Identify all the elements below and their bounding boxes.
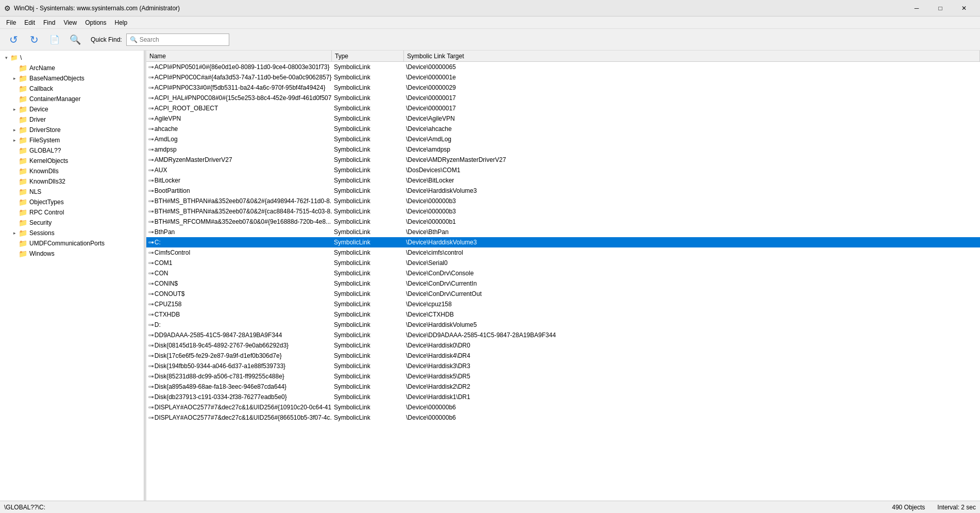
list-row[interactable]: ∞●CONIN$SymbolicLink\Device\ConDrv\Curre… (146, 278, 980, 289)
list-row[interactable]: ∞●COM1SymbolicLink\Device\Serial0 (146, 258, 980, 268)
list-row[interactable]: ∞●ahcacheSymbolicLink\Device\ahcache (146, 124, 980, 134)
tree-item[interactable]: ▸📁Device (0, 104, 144, 114)
menu-item-view[interactable]: View (59, 18, 81, 27)
cell-name: ∞●AmdLog (146, 135, 332, 143)
tree-expander[interactable] (10, 198, 19, 206)
list-row[interactable]: ∞●Disk{a895a489-68ae-fa18-3eec-946e87cda… (146, 382, 980, 392)
list-row[interactable]: ∞●BTH#MS_RFCOMM#a&352eeb07&0&0#{9e16888d… (146, 217, 980, 227)
tree-expander[interactable] (10, 115, 19, 124)
tree-item[interactable]: 📁ContainerManager (0, 94, 144, 104)
list-row[interactable]: ∞●BTH#MS_BTHPAN#a&352eeb07&0&2#{cac88484… (146, 206, 980, 217)
tree-item[interactable]: ▾📁\ (0, 53, 144, 63)
list-row[interactable]: ∞●AmdLogSymbolicLink\Device\AmdLog (146, 134, 980, 144)
tree-item[interactable]: 📁ArcName (0, 63, 144, 73)
tree-expander[interactable]: ▸ (10, 74, 19, 82)
list-row[interactable]: ∞●ACPI_HAL#PNP0C08#0#{15c5e253-b8c4-452e… (146, 93, 980, 103)
list-row[interactable]: ∞●amdpspSymbolicLink\Device\amdpsp (146, 144, 980, 155)
tree-expander[interactable] (10, 188, 19, 196)
list-row[interactable]: ∞●Disk{17c6e6f5-fe29-2e87-9a9f-d1ef0b306… (146, 351, 980, 361)
tree-expander[interactable] (10, 167, 19, 175)
menu-item-options[interactable]: Options (81, 18, 110, 27)
tree-item[interactable]: 📁Callback (0, 84, 144, 94)
tree-item[interactable]: 📁KnownDlls (0, 166, 144, 176)
list-row[interactable]: ∞●ACPI#PNP0501#0#{86e0d1e0-8089-11d0-9ce… (146, 62, 980, 72)
col-header-target[interactable]: Symbolic Link Target (404, 51, 980, 61)
menu-item-file[interactable]: File (2, 18, 20, 27)
list-row[interactable]: ∞●D:SymbolicLink\Device\HarddiskVolume5 (146, 320, 980, 330)
find-button[interactable]: 🔍 (66, 31, 85, 48)
tree-item[interactable]: 📁Driver (0, 114, 144, 125)
menu-item-help[interactable]: Help (111, 18, 132, 27)
list-row[interactable]: ∞●BootPartitionSymbolicLink\Device\Hardd… (146, 186, 980, 196)
tree-expander[interactable] (10, 85, 19, 93)
tree-item[interactable]: 📁KnownDlls32 (0, 176, 144, 187)
symlink-icon: ∞● (148, 116, 154, 121)
list-row[interactable]: ∞●Disk{08145d18-9c45-4892-2767-9e0ab6629… (146, 340, 980, 351)
menu-item-edit[interactable]: Edit (20, 18, 39, 27)
tree-expander[interactable]: ▸ (10, 105, 19, 113)
list-row[interactable]: ∞●AMDRyzenMasterDriverV27SymbolicLink\De… (146, 155, 980, 165)
tree-expander[interactable] (10, 208, 19, 217)
tree-item[interactable]: 📁KernelObjects (0, 156, 144, 166)
maximize-button[interactable]: □ (928, 0, 952, 16)
tree-item[interactable]: 📁Security (0, 218, 144, 228)
tree-expander[interactable] (10, 157, 19, 165)
minimize-button[interactable]: ─ (905, 0, 928, 16)
list-row[interactable]: ∞●AUXSymbolicLink\DosDevices\COM1 (146, 165, 980, 175)
list-row[interactable]: ∞●BitLockerSymbolicLink\Device\BitLocker (146, 175, 980, 186)
list-row[interactable]: ∞●C:SymbolicLink\Device\HarddiskVolume3 (146, 237, 980, 247)
tree-expander[interactable] (10, 250, 19, 258)
col-header-type[interactable]: Type (332, 51, 404, 61)
col-header-name[interactable]: Name (146, 51, 332, 61)
tree-expander[interactable]: ▾ (2, 54, 10, 62)
close-button[interactable]: ✕ (952, 0, 976, 16)
list-row[interactable]: ∞●CimfsControlSymbolicLink\Device\cimfs\… (146, 247, 980, 258)
list-row[interactable]: ∞●CONOUT$SymbolicLink\Device\ConDrv\Curr… (146, 289, 980, 299)
tree-expander[interactable] (10, 239, 19, 247)
tree-expander[interactable] (10, 64, 19, 72)
tree-expander[interactable]: ▸ (10, 229, 19, 237)
tree-item[interactable]: 📁ObjectTypes (0, 197, 144, 207)
tree-item[interactable]: 📁UMDFCommunicationPorts (0, 238, 144, 249)
list-row[interactable]: ∞●BthPanSymbolicLink\Device\BthPan (146, 227, 980, 237)
tree-item[interactable]: 📁GLOBAL?? (0, 145, 144, 156)
list-row[interactable]: ∞●Disk{194fbb50-9344-a046-6d37-a1e88f539… (146, 361, 980, 371)
cell-target: \Device\ConDrv\Console (404, 269, 980, 277)
list-row[interactable]: ∞●ACPI#PNP0C0C#a#{4afa3d53-74a7-11d0-be5… (146, 72, 980, 82)
list-row[interactable]: ∞●DISPLAY#AOC2577#7&dec27c&1&UID256#{866… (146, 412, 980, 423)
list-row[interactable]: ∞●Disk{db237913-c191-0334-2f38-76277eadb… (146, 392, 980, 402)
tree-expander[interactable] (10, 177, 19, 186)
list-row[interactable]: ∞●ACPI_ROOT_OBJECTSymbolicLink\Device\00… (146, 103, 980, 113)
list-row[interactable]: ∞●Disk{85231d88-dc99-a506-c781-ff99255c4… (146, 371, 980, 382)
tree-expander[interactable] (10, 146, 19, 155)
title-bar-controls: ─ □ ✕ (905, 0, 976, 16)
list-row[interactable]: ∞●DD9ADAAA-2585-41C5-9847-28A19BA9F344Sy… (146, 330, 980, 340)
cell-target: \Device\Harddisk2\DR2 (404, 383, 980, 391)
list-row[interactable]: ∞●CTXHDBSymbolicLink\Device\CTXHDB (146, 309, 980, 320)
new-button[interactable]: 📄 (45, 31, 64, 48)
menu-item-find[interactable]: Find (39, 18, 59, 27)
cell-name-text: BTH#MS_RFCOMM#a&352eeb07&0&0#{9e16888d-7… (155, 218, 331, 225)
cell-target: \Device\Harddisk3\DR3 (404, 362, 980, 370)
list-row[interactable]: ∞●AgileVPNSymbolicLink\Device\AgileVPN (146, 113, 980, 124)
list-row[interactable]: ∞●DISPLAY#AOC2577#7&dec27c&1&UID256#{109… (146, 402, 980, 412)
list-row[interactable]: ∞●CONSymbolicLink\Device\ConDrv\Console (146, 268, 980, 278)
list-row[interactable]: ∞●CPUZ158SymbolicLink\Device\cpuz158 (146, 299, 980, 309)
tree-expander[interactable] (10, 95, 19, 103)
list-row[interactable]: ∞●ACPI#PNP0C33#0#{f5db5311-ba24-4a6c-970… (146, 82, 980, 93)
search-input[interactable] (140, 36, 217, 43)
tree-expander[interactable]: ▸ (10, 126, 19, 134)
tree-item[interactable]: ▸📁BaseNamedObjects (0, 73, 144, 84)
tree-item[interactable]: ▸📁Sessions (0, 228, 144, 238)
tree-item[interactable]: ▸📁FileSystem (0, 135, 144, 145)
tree-item[interactable]: 📁RPC Control (0, 207, 144, 218)
refresh-button[interactable]: ↺ (4, 31, 23, 48)
tree-item[interactable]: 📁NLS (0, 187, 144, 197)
list-row[interactable]: ∞●BTH#MS_BTHPAN#a&352eeb07&0&2#{ad498944… (146, 196, 980, 206)
tree-expander[interactable] (10, 219, 19, 227)
stop-button[interactable]: ↻ (25, 31, 43, 48)
tree-item-label: RPC Control (29, 209, 64, 216)
tree-expander[interactable]: ▸ (10, 136, 19, 144)
tree-item[interactable]: ▸📁DriverStore (0, 125, 144, 135)
tree-item[interactable]: 📁Windows (0, 249, 144, 259)
